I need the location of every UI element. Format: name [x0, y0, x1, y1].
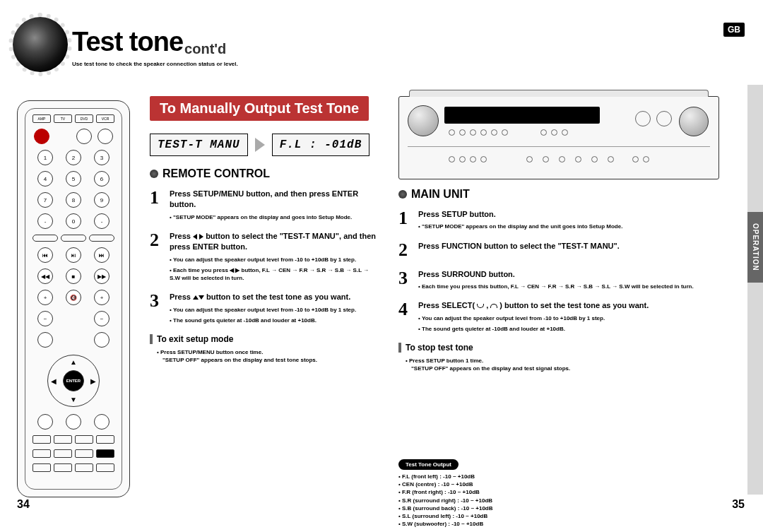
stop-subhead: To stop test tone [398, 343, 723, 353]
remote-numpad: 3 [94, 150, 110, 165]
step-number: 3 [150, 292, 164, 324]
output-pill: Test Tone Output [398, 459, 459, 470]
side-tab-bg [747, 85, 763, 212]
step-number: 1 [398, 209, 413, 231]
step-note: Each time you press this button, F.L → C… [418, 283, 694, 290]
remote-numpad: - [37, 213, 53, 229]
page-title: Test tone cont'd [72, 27, 226, 57]
step-text: Press SELECT( , ) button to set the test… [418, 300, 649, 311]
step-text: Press button to select the "TEST-T MANU"… [170, 231, 376, 253]
side-tab-operation: OPERATION [747, 212, 763, 283]
main-step-4: 4 Press SELECT( , ) button to set the te… [398, 300, 723, 333]
remote-step-3: 3 Press button to set the test tone as y… [150, 292, 376, 324]
main-step-3: 3 Press SURROUND button. Each time you p… [398, 269, 723, 291]
output-item: F.R (front right) : -10 ~ +10dB [398, 488, 493, 496]
output-item: F.L (front left) : -10 ~ +10dB [398, 473, 493, 480]
remote-dpad: ▲ ▼ ◀ ▶ ENTER [47, 355, 100, 407]
remote-heading-text: REMOTE CONTROL [162, 167, 270, 180]
receiver-illustration [398, 96, 719, 179]
remote-step-1: 1 Press SETUP/MENU button, and then pres… [150, 189, 376, 221]
remote-step-2: 2 Press button to select the "TEST-T MAN… [150, 231, 376, 282]
side-tab-bg [747, 283, 763, 495]
remote-numpad: 6 [94, 171, 110, 187]
remote-numpad: 8 [66, 192, 81, 208]
test-tone-output-block: Test Tone Output F.L (front left) : -10 … [398, 456, 493, 528]
step-text: Press FUNCTION button to select the "TES… [418, 241, 620, 252]
section-heading-bar: To Manually Output Test Tone [150, 96, 369, 121]
page-number-right: 35 [732, 498, 745, 511]
remote-numpad: 2 [66, 150, 81, 165]
step-note: The sound gets quieter at -10dB and loud… [170, 317, 356, 324]
main-step-1: 1 Press SETUP button. "SETUP MODE" appea… [398, 209, 723, 231]
remote-illustration: AMP TV DVD VCR 123 456 789 -0- ⏮⏯⏭ ◀◀■▶▶… [17, 100, 130, 497]
diamond-icon [150, 170, 158, 178]
title-sub: cont'd [184, 41, 226, 57]
step-text: Press SURROUND button. [418, 269, 694, 280]
exit-note: Press SETUP/MENU button once time. [157, 348, 376, 356]
step-number: 3 [398, 269, 413, 291]
remote-btn-dvd: DVD [75, 114, 93, 123]
remote-numpad: 1 [37, 150, 53, 165]
lcd-display-left: TEST-T MANU [150, 134, 248, 156]
remote-numpad: 7 [37, 192, 53, 208]
output-item: CEN (centre) : -10 ~ +10dB [398, 480, 493, 488]
page-number-left: 34 [17, 498, 30, 511]
title-main: Test tone [72, 27, 183, 57]
page-subtitle: Use test tone to check the speaker conne… [72, 61, 238, 67]
exit-note: "SETUP OFF" appears on the display and t… [162, 356, 376, 364]
remote-numpad: 9 [94, 192, 110, 208]
speaker-illustration [13, 17, 68, 72]
remote-numpad: 0 [66, 213, 81, 229]
step-note: Each time you press ◀ ▶ button, F.L → CE… [170, 266, 376, 282]
step-text: Press button to set the test tone as you… [170, 292, 356, 302]
step-number: 4 [398, 300, 413, 333]
badge-gb: GB [723, 23, 745, 37]
output-item: S.B (surround back) : -10 ~ +10dB [398, 504, 493, 512]
stop-note: Press SETUP button 1 time. [406, 357, 723, 365]
output-item: S.W (subwoofer) : -10 ~ +10dB [398, 520, 493, 528]
remote-numpad: - [94, 213, 110, 229]
output-item: S.R (surround right) : -10 ~ +10dB [398, 497, 493, 504]
step-text: Press SETUP button. [418, 209, 622, 220]
step-note: "SETUP MODE" appears on the display and … [170, 213, 376, 221]
remote-heading: REMOTE CONTROL [150, 167, 376, 180]
main-unit-heading: MAIN UNIT [398, 188, 723, 201]
stop-note: "SETUP OFF" appears on the display and t… [411, 365, 723, 372]
remote-numpad: 4 [37, 171, 53, 187]
step-note: "SETUP MODE" appears on the display and … [418, 223, 622, 230]
step-text: Press SETUP/MENU button, and then press … [170, 189, 376, 211]
step-note: You can adjust the speaker output level … [170, 256, 376, 264]
remote-btn-tv: TV [54, 114, 72, 123]
remote-btn-amp: AMP [32, 114, 51, 123]
step-number: 2 [398, 241, 413, 259]
step-number: 1 [150, 189, 164, 221]
step-note: The sound gets quieter at -10dB and loud… [418, 325, 649, 333]
main-unit-heading-text: MAIN UNIT [411, 188, 470, 201]
step-note: You can adjust the speaker output level … [170, 306, 356, 314]
output-item: S.L (surround left) : -10 ~ +10dB [398, 512, 493, 520]
lcd-display-right: F.L : -01dB [272, 134, 370, 156]
arrow-icon [255, 138, 265, 152]
step-note: You can adjust the speaker output level … [418, 314, 649, 322]
step-number: 2 [150, 231, 164, 282]
remote-btn-vcr: VCR [96, 114, 114, 123]
remote-enter-button: ENTER [63, 370, 84, 391]
main-step-2: 2 Press FUNCTION button to select the "T… [398, 241, 723, 259]
exit-subhead: To exit setup mode [150, 334, 376, 344]
remote-numpad: 5 [66, 171, 81, 187]
diamond-icon [398, 190, 407, 199]
